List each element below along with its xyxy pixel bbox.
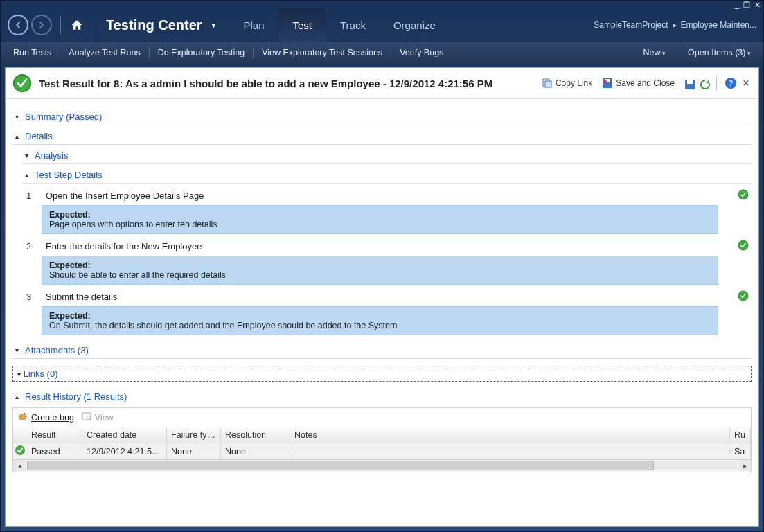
view-label: View — [95, 413, 114, 423]
copy-link-button[interactable]: Copy Link — [539, 76, 595, 90]
history-label: Result History (1 Results) — [25, 391, 127, 402]
result-toolbar: Copy Link Save and Close ? ✕ — [539, 76, 752, 90]
tab-track[interactable]: Track — [326, 8, 380, 42]
subnav-run-tests[interactable]: Run Tests — [8, 48, 57, 57]
expected-label: Expected: — [49, 311, 91, 321]
svg-point-8 — [738, 240, 748, 250]
chevron-down-icon: ▾ — [22, 152, 30, 159]
pass-icon — [738, 189, 749, 200]
title-dropdown[interactable]: ▼ — [211, 21, 217, 29]
col-failure[interactable]: Failure type — [167, 427, 221, 443]
subnav-view-sessions[interactable]: View Exploratory Test Sessions — [256, 48, 388, 57]
scroll-right-icon[interactable]: ▸ — [738, 460, 751, 471]
result-title: Test Result for 8: As a admin I should b… — [39, 78, 492, 89]
col-ru[interactable]: Ru — [730, 427, 751, 443]
result-header: Test Result for 8: As a admin I should b… — [6, 68, 758, 99]
bug-icon — [17, 411, 28, 424]
breadcrumb-plan[interactable]: Employee Mainten... — [681, 20, 756, 30]
app-title: Testing Center — [106, 17, 202, 33]
expected-label: Expected: — [49, 210, 91, 220]
close-panel-button[interactable]: ✕ — [740, 78, 752, 89]
chevron-down-icon: ▾ — [12, 113, 21, 121]
col-result[interactable]: Result — [27, 427, 82, 443]
row-result: Passed — [27, 444, 82, 459]
section-result-history[interactable]: ▴Result History (1 Results) — [12, 389, 752, 405]
breadcrumb: SampleTeamProject ▸ Employee Mainten... — [594, 20, 756, 30]
grid-header: Result Created date Failure type Resolut… — [13, 427, 751, 443]
chevron-up-icon: ▴ — [22, 171, 30, 179]
svg-point-0 — [14, 75, 31, 92]
subnav-verify-bugs[interactable]: Verify Bugs — [394, 48, 449, 57]
new-dropdown[interactable]: New — [638, 48, 672, 57]
forward-button[interactable] — [31, 15, 52, 35]
scroll-left-icon[interactable]: ◂ — [13, 460, 26, 471]
expected-block: Expected:On Submit, the details should g… — [42, 306, 718, 335]
result-body: ▾Summary (Passed) ▴Details ▾Analysis ▴Te… — [6, 99, 758, 526]
history-toolbar: Create bug View — [12, 407, 752, 427]
copy-link-label: Copy Link — [556, 78, 592, 88]
step-row: 1 Open the Insert Employee Details Page — [22, 184, 752, 201]
svg-rect-10 — [19, 414, 26, 420]
top-bar: Testing Center ▼ Plan Test Track Organiz… — [1, 8, 763, 42]
subnav-analyze[interactable]: Analyze Test Runs — [63, 48, 145, 57]
home-button[interactable] — [66, 15, 87, 35]
refresh-button[interactable] — [697, 78, 708, 89]
chevron-up-icon: ▴ — [12, 132, 21, 140]
content-frame: Test Result for 8: As a admin I should b… — [5, 67, 759, 527]
divider — [96, 15, 96, 35]
open-items-dropdown[interactable]: Open Items (3) — [682, 48, 756, 57]
main-nav: Plan Test Track Organize — [229, 8, 449, 42]
svg-point-12 — [87, 416, 91, 420]
chevron-down-icon: ▾ — [12, 346, 21, 354]
tab-test[interactable]: Test — [278, 8, 326, 42]
details-label: Details — [25, 131, 53, 141]
back-button[interactable] — [8, 15, 28, 35]
section-details[interactable]: ▴Details — [12, 128, 752, 145]
create-bug-button[interactable]: Create bug — [17, 411, 74, 424]
row-failure: None — [167, 444, 221, 459]
history-grid: Result Created date Failure type Resolut… — [12, 427, 752, 460]
scroll-thumb[interactable] — [27, 461, 654, 470]
step-action: Submit the details — [46, 292, 747, 302]
pass-icon — [12, 73, 32, 93]
view-icon — [81, 411, 92, 424]
col-resolution[interactable]: Resolution — [221, 427, 290, 443]
save-button[interactable] — [682, 78, 693, 89]
copy-icon — [542, 78, 553, 89]
test-step-details-label: Test Step Details — [35, 170, 103, 180]
row-resolution: None — [221, 444, 290, 459]
row-created: 12/9/2012 4:21:56... — [82, 444, 167, 459]
subnav-exploratory[interactable]: Do Exploratory Testing — [152, 48, 251, 57]
save-close-button[interactable]: Save and Close — [599, 76, 677, 90]
app-window: _ ❐ ✕ Testing Center ▼ Plan Test Track O… — [0, 0, 764, 532]
step-number: 3 — [26, 292, 36, 302]
step-action: Enter the details for the New Employee — [46, 241, 747, 251]
col-notes[interactable]: Notes — [290, 427, 730, 443]
col-icon — [13, 427, 27, 443]
step-number: 1 — [26, 190, 36, 201]
section-links[interactable]: ▾ Links (0) — [12, 366, 752, 382]
chevron-up-icon: ▴ — [12, 393, 21, 400]
svg-point-9 — [738, 291, 748, 301]
breadcrumb-project[interactable]: SampleTeamProject — [594, 20, 668, 30]
help-icon[interactable]: ? — [725, 78, 736, 89]
summary-label: Summary (Passed) — [25, 112, 102, 122]
links-label: Links (0) — [24, 369, 58, 379]
view-button[interactable]: View — [81, 411, 114, 424]
tab-organize[interactable]: Organize — [380, 8, 450, 42]
section-test-step-details[interactable]: ▴Test Step Details — [22, 167, 752, 184]
section-attachments[interactable]: ▾Attachments (3) — [12, 342, 752, 359]
section-analysis[interactable]: ▾Analysis — [22, 148, 752, 164]
horizontal-scrollbar[interactable]: ◂ ▸ — [12, 460, 752, 472]
grid-row[interactable]: Passed 12/9/2012 4:21:56... None None Sa — [13, 443, 751, 459]
expected-text: On Submit, the details should get added … — [49, 321, 397, 330]
divider — [60, 15, 61, 35]
attachments-label: Attachments (3) — [25, 345, 89, 355]
section-summary[interactable]: ▾Summary (Passed) — [12, 109, 752, 125]
col-created[interactable]: Created date — [82, 427, 167, 443]
expected-label: Expected: — [49, 260, 91, 270]
pass-icon — [738, 240, 749, 251]
row-ru: Sa — [730, 444, 751, 459]
save-close-icon — [602, 78, 613, 89]
tab-plan[interactable]: Plan — [229, 8, 278, 42]
